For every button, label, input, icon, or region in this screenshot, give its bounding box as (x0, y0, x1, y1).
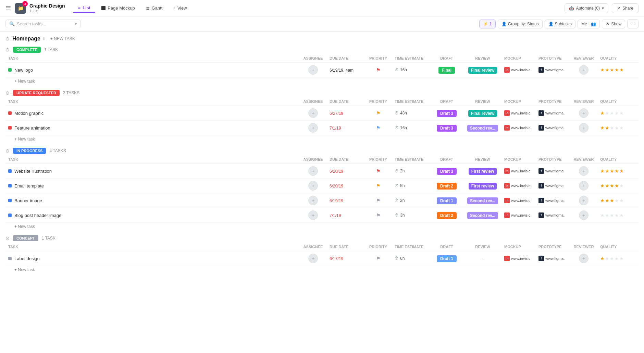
mockup-icon: in (504, 67, 510, 73)
toolbar-right: ⚡ 1 👤 Group by: Status 👤 Subtasks Me · 👥… (479, 19, 639, 28)
review-cell[interactable]: Final review (464, 63, 501, 77)
reviewer-avatar[interactable]: + (579, 254, 589, 263)
prototype-icon: f (538, 110, 544, 116)
avatar[interactable]: + (308, 108, 318, 118)
due-date: 6/19/19, 4am (330, 68, 354, 73)
reviewer-avatar[interactable]: + (579, 123, 589, 133)
review-badge: Final review (468, 110, 497, 117)
toolbar: 🔍 Search tasks... ▾ ⚡ 1 👤 Group by: Stat… (0, 16, 644, 32)
collapse-complete-icon[interactable]: ⊙ (5, 47, 10, 52)
avatar[interactable]: + (308, 210, 318, 220)
group-by-button[interactable]: 👤 Group by: Status (498, 20, 543, 28)
clock-icon: ⏱ (395, 68, 399, 72)
filter-button[interactable]: ⚡ 1 (479, 20, 496, 28)
homepage-collapse-icon[interactable]: ⊙ (5, 36, 10, 41)
task-name[interactable]: Label design (14, 256, 40, 261)
add-task-inprogress[interactable]: + New task (5, 223, 639, 232)
collapse-inprogress-icon[interactable]: ⊙ (5, 148, 10, 154)
task-name-cell: Motion graphic (5, 106, 299, 121)
review-badge: Final review (468, 67, 497, 74)
status-badge-concept[interactable]: CONCEPT (13, 235, 38, 241)
filter-icon: ⚡ (483, 22, 488, 26)
automate-button[interactable]: 🤖 Automate (0) ▾ (565, 3, 608, 13)
gantt-icon: ≣ (146, 5, 150, 11)
share-label: Share (622, 6, 633, 11)
due-date: 7/1/19 (330, 126, 341, 131)
tab-page-mockup[interactable]: Page Mockup (97, 3, 140, 13)
draft-cell[interactable]: Final (430, 63, 464, 77)
avatar[interactable]: + (308, 196, 318, 205)
hamburger-icon[interactable]: ☰ (5, 4, 11, 12)
mockup-cell[interactable]: in www.invisic (501, 63, 536, 77)
add-task-concept[interactable]: + New task (5, 266, 639, 275)
subtasks-icon: 👤 (548, 22, 554, 26)
search-input[interactable]: Search tasks... (17, 21, 46, 26)
stars-5: ★★★★★ (600, 67, 636, 73)
reviewer-avatar[interactable]: + (579, 181, 589, 191)
search-box[interactable]: 🔍 Search tasks... ▾ (5, 20, 81, 28)
task-name[interactable]: Blog post header image (14, 213, 61, 218)
tab-view[interactable]: + View (169, 3, 191, 13)
collapse-concept-icon[interactable]: ⊙ (5, 235, 10, 241)
reviewer-avatar[interactable]: + (579, 210, 589, 220)
page-title: Homepage (12, 36, 40, 42)
due-date: 6/27/19 (330, 111, 343, 116)
assignee-cell: + (299, 63, 327, 77)
task-row: Banner image + 6/19/19 ⚑ ⏱2h (5, 193, 639, 208)
show-button[interactable]: 👁 Show (602, 20, 625, 28)
avatar[interactable]: + (308, 181, 318, 191)
page-mockup-icon (101, 6, 106, 10)
prototype-cell[interactable]: f www.figma. (536, 63, 570, 77)
task-name[interactable]: Feature animation (14, 125, 50, 131)
reviewer-avatar[interactable]: + (579, 166, 589, 176)
status-badge-update[interactable]: UPDATE REQUESTED (13, 90, 60, 96)
stars-2: ★★★★★ (600, 125, 636, 131)
col-header-reviewer: REVIEWER (570, 54, 597, 63)
reviewer-avatar[interactable]: + (579, 108, 589, 118)
avatar[interactable]: + (308, 65, 318, 75)
status-group-header-update: ⊙ UPDATE REQUESTED 2 TASKS (5, 88, 639, 97)
content: ⊙ Homepage ℹ + NEW TASK ⊙ COMPLETE 1 TAS… (0, 32, 644, 283)
add-task-update[interactable]: + New task (5, 135, 639, 144)
priority-cell[interactable]: ⚑ (364, 63, 392, 77)
task-row: Label design + 6/17/19 ⚑ ⏱6h (5, 251, 639, 266)
priority-flag: ⚑ (376, 67, 381, 73)
app-info: Graphic Design 1 List (29, 3, 65, 13)
status-badge-complete[interactable]: COMPLETE (13, 47, 41, 53)
reviewer-avatar[interactable]: + (579, 65, 589, 75)
add-task-complete[interactable]: + New task (5, 77, 639, 86)
more-options-button[interactable]: ··· (627, 19, 639, 28)
time-value: 16h (400, 68, 407, 72)
reviewer-avatar[interactable]: + (579, 196, 589, 205)
col-header-mockup: MOCKUP (501, 54, 536, 63)
tab-list[interactable]: ≡ List (73, 3, 95, 13)
avatar[interactable]: + (308, 166, 318, 176)
avatar[interactable]: + (308, 254, 318, 263)
me-button[interactable]: Me · 👥 (578, 20, 600, 28)
info-icon[interactable]: ℹ (43, 36, 45, 41)
task-name[interactable]: New logo (14, 68, 33, 73)
time-value: 48h (400, 111, 407, 115)
task-name-cell: Feature animation (5, 121, 299, 135)
task-count-update: 2 TASKS (63, 90, 79, 95)
task-name[interactable]: Email template (14, 183, 44, 188)
mockup-link: www.invisic (511, 68, 530, 72)
avatar[interactable]: + (308, 123, 318, 133)
task-name[interactable]: Motion graphic (14, 111, 44, 116)
subtasks-button[interactable]: 👤 Subtasks (545, 20, 575, 28)
status-group-complete: ⊙ COMPLETE 1 TASK TASK ASSIGNEE DUE DATE… (5, 45, 639, 86)
task-name[interactable]: Banner image (14, 198, 42, 203)
share-button[interactable]: ↗ Share (612, 3, 639, 13)
mockup-icon: in (504, 110, 510, 116)
tab-gantt[interactable]: ≣ Gantt (141, 3, 168, 13)
eye-icon: 👁 (606, 22, 610, 26)
status-badge-inprogress[interactable]: IN PROGRESS (13, 148, 46, 154)
collapse-update-icon[interactable]: ⊙ (5, 90, 10, 96)
search-dropdown-icon[interactable]: ▾ (75, 21, 77, 26)
list-icon: ≡ (78, 5, 80, 10)
col-header-prototype: PROTOTYPE (536, 54, 570, 63)
filter-label: 1 (490, 22, 492, 26)
task-name[interactable]: Website illustration (14, 169, 52, 174)
status-group-inprogress: ⊙ IN PROGRESS 4 TASKS TASK ASSIGNEE DUE … (5, 146, 639, 232)
new-task-button[interactable]: + NEW TASK (48, 36, 78, 42)
